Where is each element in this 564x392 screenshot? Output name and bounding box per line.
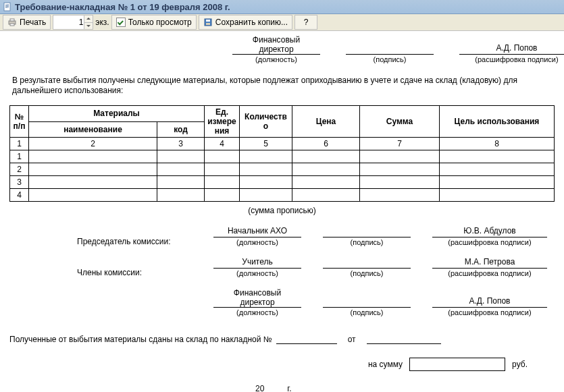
svg-rect-2: [10, 19, 14, 21]
table-row: 2: [10, 163, 555, 176]
header-name-block: А.Д. Попов (расшифровка подписи): [459, 43, 564, 63]
sum-box: [409, 358, 505, 371]
sum-label: на сумму: [368, 360, 403, 369]
copies-down[interactable]: [84, 23, 93, 30]
th-purpose: Цель использования: [440, 106, 555, 138]
copies-input[interactable]: 1: [53, 15, 93, 30]
save-copy-button[interactable]: Сохранить копию...: [199, 15, 292, 30]
help-label: ?: [304, 18, 309, 27]
th-num: № п/п: [10, 106, 29, 138]
committee-row-2: Члены комиссии: Учитель(должность) (подп…: [9, 257, 555, 277]
handover-from: от: [348, 335, 356, 344]
colnum-5: 5: [240, 138, 292, 150]
total-sum-row: на сумму руб.: [9, 358, 555, 371]
colnum-2: 2: [29, 138, 157, 150]
svg-rect-6: [206, 23, 210, 25]
th-materials: Материалы: [29, 106, 205, 122]
th-mat-code: код: [157, 121, 205, 138]
title-bar: Требование-накладная № 1 от 19 февраля 2…: [0, 0, 564, 14]
date-row: 20 г.: [9, 383, 555, 392]
date-year-blank: [267, 383, 284, 392]
save-icon: [203, 18, 213, 27]
copies-value: 1: [79, 18, 84, 27]
window-title: Требование-накладная № 1 от 19 февраля 2…: [15, 2, 230, 12]
th-qty: Количеств о: [240, 106, 292, 138]
date-month-blank: [205, 383, 253, 392]
header-sign-caption: (подпись): [346, 54, 434, 63]
date-day-blank: [185, 383, 203, 392]
svg-rect-3: [10, 24, 14, 26]
sum-in-words-caption: (сумма прописью): [9, 206, 555, 215]
colnum-3: 3: [157, 138, 205, 150]
print-label: Печать: [20, 18, 46, 27]
colnum-6: 6: [292, 138, 360, 150]
th-unit: Ед. измере ния: [205, 106, 240, 138]
committee-row-3: Финансовый директор(должность) (подпись)…: [9, 288, 555, 316]
header-position-caption: (должность): [232, 54, 320, 63]
handover-line: Полученные от выбытия материалы сданы на…: [9, 334, 555, 344]
th-sum: Сумма: [360, 106, 440, 138]
svg-rect-5: [206, 20, 210, 22]
save-copy-label: Сохранить копию...: [215, 18, 288, 27]
colnum-1: 1: [10, 138, 29, 150]
colnum-4: 4: [205, 138, 240, 150]
header-name-caption: (расшифровка подписи): [459, 54, 564, 63]
year-suffix: г.: [287, 384, 291, 392]
print-button[interactable]: Печать: [3, 15, 51, 30]
committee-row-1: Председатель комиссии: Начальник АХО(дол…: [9, 226, 555, 246]
table-row: 4: [10, 189, 555, 202]
materials-table: № п/п Материалы Ед. измере ния Количеств…: [9, 105, 555, 202]
document-area: Финансовый директор (должность) (подпись…: [0, 31, 564, 392]
intro-paragraph: В результате выбытия получены следующие …: [12, 76, 552, 96]
table-row: 1: [10, 150, 555, 163]
colnum-8: 8: [440, 138, 555, 150]
toolbar: Печать 1 экз. Только просмотр Сохранить …: [0, 14, 564, 31]
readonly-toggle[interactable]: Только просмотр: [111, 15, 197, 30]
members-label: Члены комиссии:: [9, 268, 192, 277]
header-position-block: Финансовый директор (должность): [232, 35, 320, 63]
currency-label: руб.: [512, 360, 528, 369]
readonly-label: Только просмотр: [128, 18, 192, 27]
help-button[interactable]: ?: [294, 15, 317, 30]
checkbox-icon: [116, 18, 126, 27]
document-icon: [3, 2, 12, 11]
invoice-num-blank: [276, 334, 337, 344]
header-name-value: А.Д. Попов: [459, 43, 564, 54]
handover-text: Полученные от выбытия материалы сданы на…: [9, 335, 272, 344]
year-prefix: 20: [255, 384, 264, 392]
th-mat-name: наименование: [29, 121, 157, 138]
chairman-label: Председатель комиссии:: [9, 237, 192, 246]
colnum-7: 7: [360, 138, 440, 150]
printer-icon: [7, 18, 17, 27]
table-row: 3: [10, 176, 555, 189]
invoice-date-blank: [367, 334, 441, 344]
header-position-value: Финансовый директор: [232, 35, 320, 54]
th-price: Цена: [292, 106, 360, 138]
copies-up[interactable]: [84, 16, 93, 23]
header-signature-row: Финансовый директор (должность) (подпись…: [232, 35, 555, 63]
copies-suffix: экз.: [95, 18, 109, 27]
header-sign-block: (подпись): [346, 43, 434, 63]
